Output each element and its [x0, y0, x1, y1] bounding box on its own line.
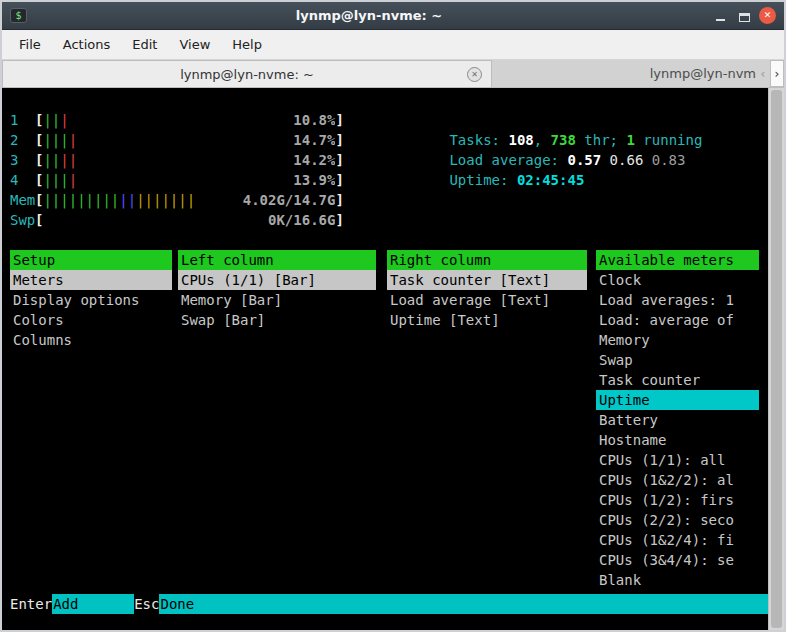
menu-actions[interactable]: Actions — [52, 32, 122, 57]
mem-bars: |||||||||||||||||| — [43, 190, 195, 210]
available-meter-item[interactable]: CPUs (2/2): seco — [596, 510, 759, 530]
cpu1-percent: 10.8% — [293, 110, 335, 130]
menu-file[interactable]: File — [8, 32, 52, 57]
cpu1-number: 1 — [10, 110, 35, 130]
terminal-area: 1[|||10.8%] 2[||||14.7%] 3[||||14.2%] 4[… — [2, 88, 784, 630]
cpu4-bars: |||| — [43, 170, 77, 190]
meter-bracket: ] — [335, 170, 343, 190]
cpu2-bars: |||| — [43, 130, 77, 150]
meter-bracket: ] — [335, 210, 343, 230]
terminal-screen: 1[|||10.8%] 2[||||14.7%] 3[||||14.2%] 4[… — [2, 88, 768, 630]
mem-meter: Mem[||||||||||||||||||4.02G/14.7G] — [10, 190, 344, 210]
meter-bracket: [ — [35, 130, 43, 150]
cpu1-bars: ||| — [43, 110, 68, 130]
meter-bracket: ] — [335, 130, 343, 150]
panel-left-column: Left column CPUs (1/1) [Bar] Memory [Bar… — [178, 250, 376, 330]
menu-help[interactable]: Help — [221, 32, 273, 57]
available-meter-item[interactable]: Battery — [596, 410, 759, 430]
panel-right-column: Right column Task counter [Text] Load av… — [387, 250, 587, 330]
available-meter-item[interactable]: CPUs (1/2): firs — [596, 490, 759, 510]
available-meter-item[interactable]: Clock — [596, 270, 759, 290]
function-bar: EnterAddEscDone — [2, 594, 768, 614]
terminal-window: $ lynmp@lyn-nvme: ~ ✕ File Actions Edit … — [0, 0, 786, 632]
mem-label: Mem — [10, 190, 35, 210]
available-meter-item[interactable]: CPUs (1/1): all — [596, 450, 759, 470]
left-column-item[interactable]: CPUs (1/1) [Bar] — [178, 270, 376, 290]
tab-scroll-left-icon[interactable]: ‹ — [756, 60, 770, 87]
terminal-icon: $ — [10, 8, 27, 23]
menu-view[interactable]: View — [168, 32, 221, 57]
right-column-item[interactable]: Task counter [Text] — [387, 270, 587, 290]
left-column-item[interactable]: Swap [Bar] — [178, 310, 376, 330]
uptime-value: 02:45:45 — [517, 172, 584, 188]
available-meter-item[interactable]: CPUs (1&2/4): fi — [596, 530, 759, 550]
minimize-icon — [716, 19, 725, 21]
panel-setup: Setup Meters Display options Colors Colu… — [10, 250, 172, 350]
cpu2-number: 2 — [10, 130, 35, 150]
available-meter-item-selected[interactable]: Uptime — [596, 390, 759, 410]
tab-scroller: ‹ › — [756, 60, 784, 88]
panel-left-column-header: Left column — [178, 250, 376, 270]
right-column-item[interactable]: Load average [Text] — [387, 290, 587, 310]
meter-bracket: [ — [35, 110, 43, 130]
mem-value: 4.02G/14.7G — [243, 190, 336, 210]
meter-bracket: ] — [335, 110, 343, 130]
load-average-line: Load average: 0.57 0.66 0.83 — [382, 130, 685, 150]
minimize-button[interactable] — [711, 7, 729, 25]
meter-bracket: [ — [35, 150, 43, 170]
meter-bracket: [ — [35, 170, 43, 190]
scrollbar-thumb[interactable] — [771, 90, 782, 628]
setup-item-columns[interactable]: Columns — [10, 330, 172, 350]
meter-bracket: [ — [35, 210, 43, 230]
available-meter-item[interactable]: CPUs (1&2/2): al — [596, 470, 759, 490]
swap-meter: Swp[0K/16.6G] — [10, 210, 344, 230]
available-meter-item[interactable]: Hostname — [596, 430, 759, 450]
setup-item-meters[interactable]: Meters — [10, 270, 172, 290]
available-meter-item[interactable]: Swap — [596, 350, 759, 370]
setup-item-display-options[interactable]: Display options — [10, 290, 172, 310]
panel-right-column-header: Right column — [387, 250, 587, 270]
setup-item-colors[interactable]: Colors — [10, 310, 172, 330]
fnkey-enter[interactable]: Enter — [10, 594, 52, 614]
fnkey-esc[interactable]: Esc — [134, 594, 159, 614]
scrollbar-track[interactable] — [768, 88, 784, 630]
panel-available-meters: Available meters Clock Load averages: 1 … — [596, 250, 759, 590]
meter-bracket: ] — [335, 190, 343, 210]
meter-bracket: ] — [335, 150, 343, 170]
swap-value: 0K/16.6G — [268, 210, 335, 230]
available-meter-item[interactable]: Task counter — [596, 370, 759, 390]
available-meter-item[interactable]: CPUs (3&4/4): se — [596, 550, 759, 570]
menu-edit[interactable]: Edit — [121, 32, 168, 57]
tab-scroll-right-icon[interactable]: › — [770, 60, 784, 87]
right-column-item[interactable]: Uptime [Text] — [387, 310, 587, 330]
panel-setup-header: Setup — [10, 250, 172, 270]
tabbar: lynmp@lyn-nvme: ~ ✕ lynmp@lyn-nvm ‹ › — [2, 60, 784, 88]
tab-inactive[interactable]: lynmp@lyn-nvm — [492, 60, 756, 88]
cpu3-bars: |||| — [43, 150, 77, 170]
available-meter-item[interactable]: Memory — [596, 330, 759, 350]
uptime-line: Uptime: 02:45:45 — [382, 150, 584, 170]
close-button[interactable]: ✕ — [759, 7, 776, 24]
cpu2-meter: 2[||||14.7%] — [10, 130, 344, 150]
cpu1-meter: 1[|||10.8%] — [10, 110, 344, 130]
maximize-icon — [739, 13, 750, 22]
maximize-button[interactable] — [735, 7, 753, 25]
fnlabel-done[interactable]: Done — [159, 594, 768, 614]
left-column-item[interactable]: Memory [Bar] — [178, 290, 376, 310]
cpu3-number: 3 — [10, 150, 35, 170]
cpu3-percent: 14.2% — [293, 150, 335, 170]
tab-active[interactable]: lynmp@lyn-nvme: ~ ✕ — [2, 60, 492, 88]
window-title: lynmp@lyn-nvme: ~ — [33, 8, 705, 23]
available-meter-item[interactable]: Load averages: 1 — [596, 290, 759, 310]
cpu2-percent: 14.7% — [293, 130, 335, 150]
meter-bracket: [ — [35, 190, 43, 210]
tasks-line: Tasks: 108, 738 thr; 1 running — [382, 110, 702, 130]
tab-close-icon[interactable]: ✕ — [467, 67, 482, 82]
available-meter-item[interactable]: Blank — [596, 570, 759, 590]
swap-label: Swp — [10, 210, 35, 230]
available-meter-item[interactable]: Load: average of — [596, 310, 759, 330]
tab-active-label: lynmp@lyn-nvme: ~ — [180, 67, 314, 82]
titlebar[interactable]: $ lynmp@lyn-nvme: ~ ✕ — [2, 2, 784, 30]
fnlabel-add[interactable]: Add — [52, 594, 134, 614]
tab-inactive-label: lynmp@lyn-nvm — [650, 66, 756, 81]
